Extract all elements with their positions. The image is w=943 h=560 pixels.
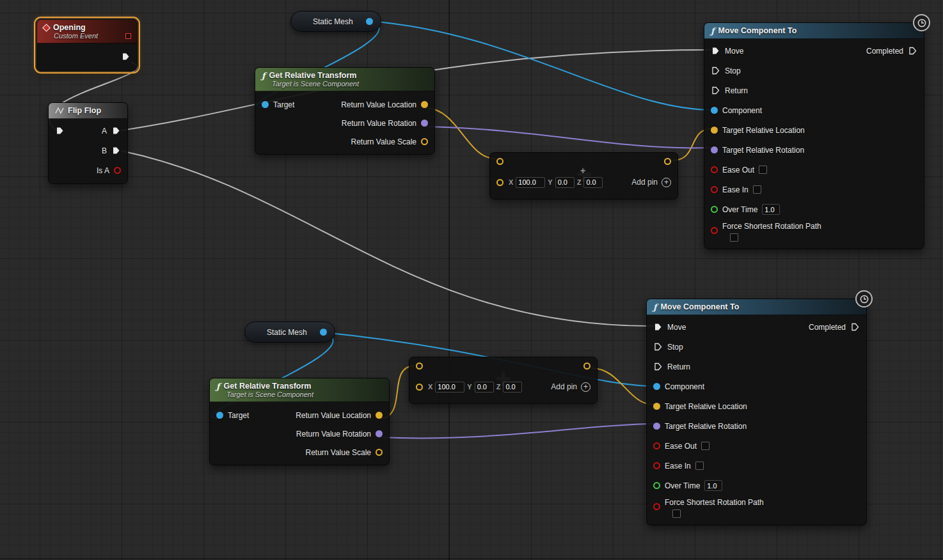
bool-in-pin-icon[interactable] xyxy=(711,186,718,193)
wire-rotator-bottom xyxy=(380,424,654,438)
object-out-pin-icon[interactable] xyxy=(366,18,373,25)
exec-out-b-pin-icon[interactable] xyxy=(111,146,121,155)
node-opening-custom-event[interactable]: Opening Custom Event xyxy=(36,19,138,71)
node-subtitle: Target is Scene Component xyxy=(226,391,383,398)
over-time-input[interactable] xyxy=(704,480,722,491)
pin-label-component: Component xyxy=(665,382,704,391)
blueprint-graph-canvas[interactable]: Opening Custom Event Flip Flop A xyxy=(0,0,943,560)
x-value-input[interactable] xyxy=(435,382,464,393)
flipflop-icon xyxy=(55,107,64,114)
exec-out-completed-pin-icon[interactable] xyxy=(908,46,917,56)
function-icon: ƒ xyxy=(262,72,265,80)
vector-out-pin-icon[interactable] xyxy=(664,158,671,165)
bool-in-pin-icon[interactable] xyxy=(653,442,660,449)
node-move-component-to-bottom[interactable]: ƒ Move Component To Move Completed Stop … xyxy=(646,299,867,525)
exec-in-stop-pin-icon[interactable] xyxy=(711,66,720,75)
function-icon: ƒ xyxy=(711,27,715,35)
vector-in-pin-icon[interactable] xyxy=(496,158,503,165)
rotator-in-pin-icon[interactable] xyxy=(653,423,660,430)
node-title: Flip Flop xyxy=(68,106,101,115)
y-value-input[interactable] xyxy=(475,382,494,393)
ease-out-checkbox[interactable] xyxy=(759,166,767,174)
node-header[interactable]: Opening Custom Event xyxy=(37,20,137,43)
float-in-pin-icon[interactable] xyxy=(653,482,660,489)
pin-label-return-location: Return Value Location xyxy=(296,411,371,420)
object-out-pin-icon[interactable] xyxy=(320,329,327,336)
force-shortest-rotation-path-checkbox[interactable] xyxy=(672,509,681,518)
add-pin-button[interactable]: Add pin + xyxy=(631,178,671,187)
add-pin-button[interactable]: Add pin + xyxy=(551,382,590,392)
force-shortest-rotation-path-checkbox[interactable] xyxy=(730,233,738,242)
object-in-pin-icon[interactable] xyxy=(711,107,718,114)
node-vector-add-bottom[interactable]: + X Y Z Add pin + xyxy=(409,357,598,404)
plus-circle-icon: + xyxy=(581,382,590,392)
vector-in-pin-icon[interactable] xyxy=(416,362,423,369)
target-in-pin-icon[interactable] xyxy=(262,101,269,108)
exec-out-a-pin-icon[interactable] xyxy=(111,126,121,136)
pin-label-force-shortest-rotation-path: Force Shortest Rotation Path xyxy=(722,222,821,231)
vector-in-pin-icon[interactable] xyxy=(653,403,660,410)
vector-out-pin-icon[interactable] xyxy=(376,412,383,419)
exec-in-stop-pin-icon[interactable] xyxy=(653,342,663,352)
node-flip-flop[interactable]: Flip Flop A B Is A xyxy=(48,102,128,184)
bool-in-pin-icon[interactable] xyxy=(653,503,660,510)
vector-out-pin-icon[interactable] xyxy=(583,362,590,369)
pin-label-component: Component xyxy=(722,106,762,115)
object-in-pin-icon[interactable] xyxy=(653,383,660,390)
vector-out-pin-icon[interactable] xyxy=(421,101,428,108)
exec-in-move-pin-icon[interactable] xyxy=(653,322,663,332)
grid-origin-line-vertical xyxy=(448,0,450,560)
function-icon: ƒ xyxy=(216,382,220,391)
vector-in-pin-icon[interactable] xyxy=(711,127,718,134)
target-in-pin-icon[interactable] xyxy=(216,412,223,419)
pin-label-return-location: Return Value Location xyxy=(341,100,416,109)
pin-label-return-rotation: Return Value Rotation xyxy=(296,430,371,439)
pin-label-completed: Completed xyxy=(866,47,903,56)
y-value-input[interactable] xyxy=(555,177,575,188)
z-value-input[interactable] xyxy=(583,177,603,188)
pin-label-return-scale: Return Value Scale xyxy=(305,448,371,457)
rotator-out-pin-icon[interactable] xyxy=(421,120,428,127)
float-in-pin-icon[interactable] xyxy=(711,206,718,213)
node-header[interactable]: ƒ Get Relative Transform Target is Scene… xyxy=(210,378,389,402)
variable-node-static-mesh-top[interactable]: Static Mesh xyxy=(290,11,381,32)
exec-out-pin-icon[interactable] xyxy=(121,52,131,61)
node-title: Move Component To xyxy=(661,302,740,311)
vector-in-pin-icon[interactable] xyxy=(496,179,503,186)
bool-out-pin-icon[interactable] xyxy=(114,167,121,174)
node-header[interactable]: ƒ Move Component To xyxy=(647,299,866,315)
ease-out-checkbox[interactable] xyxy=(701,442,709,450)
node-get-relative-transform-bottom[interactable]: ƒ Get Relative Transform Target is Scene… xyxy=(209,378,390,465)
node-header[interactable]: ƒ Move Component To xyxy=(704,23,924,39)
ease-in-checkbox[interactable] xyxy=(753,185,761,194)
z-value-input[interactable] xyxy=(503,382,522,393)
x-axis-label: X xyxy=(428,383,432,391)
ease-in-checkbox[interactable] xyxy=(695,462,704,470)
node-move-component-to-top[interactable]: ƒ Move Component To Move Completed Stop … xyxy=(704,22,924,249)
node-vector-add-top[interactable]: + + X Y Z Add pin + xyxy=(489,152,678,199)
rotator-in-pin-icon[interactable] xyxy=(711,146,718,153)
vector-in-pin-icon[interactable] xyxy=(416,384,423,391)
exec-in-return-pin-icon[interactable] xyxy=(711,86,720,95)
x-value-input[interactable] xyxy=(516,177,545,188)
node-get-relative-transform-top[interactable]: ƒ Get Relative Transform Target is Scene… xyxy=(255,67,435,155)
variable-label: Static Mesh xyxy=(267,328,307,337)
vector-out-pin-icon[interactable] xyxy=(376,449,383,456)
event-override-indicator-icon xyxy=(125,33,131,39)
exec-out-completed-pin-icon[interactable] xyxy=(850,322,860,332)
node-header[interactable]: Flip Flop xyxy=(49,103,127,119)
over-time-input[interactable] xyxy=(762,204,780,215)
vector-out-pin-icon[interactable] xyxy=(421,138,428,145)
pin-label-target: Target xyxy=(228,411,249,420)
pin-label-move: Move xyxy=(667,323,686,332)
variable-node-static-mesh-bottom[interactable]: Static Mesh xyxy=(244,322,335,343)
exec-in-pin-icon[interactable] xyxy=(55,126,65,136)
bool-in-pin-icon[interactable] xyxy=(711,166,718,173)
exec-in-return-pin-icon[interactable] xyxy=(653,362,663,371)
exec-in-move-pin-icon[interactable] xyxy=(711,46,720,56)
bool-in-pin-icon[interactable] xyxy=(711,227,718,234)
y-axis-label: Y xyxy=(548,178,552,186)
bool-in-pin-icon[interactable] xyxy=(653,462,660,469)
rotator-out-pin-icon[interactable] xyxy=(376,430,383,437)
node-header[interactable]: ƒ Get Relative Transform Target is Scene… xyxy=(255,68,434,91)
